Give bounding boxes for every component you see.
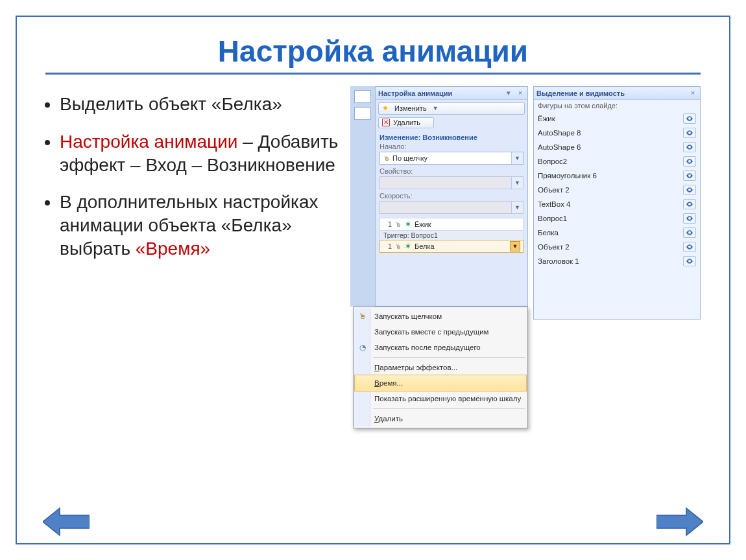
chevron-down-icon[interactable]: ▼: [511, 152, 523, 164]
pane-title: Настройка анимации: [378, 89, 452, 97]
pane-header: Выделение и видимость ×: [534, 87, 700, 100]
selection-visibility-pane: Выделение и видимость × Фигуры на этом с…: [533, 86, 701, 320]
animation-task-pane: Настройка анимации ▾ × ★ Изменить ▼ ✕ Уд…: [375, 86, 528, 307]
list-item[interactable]: TextBox 4: [538, 197, 696, 211]
screenshot-composite: Настройка анимации ▾ × ★ Изменить ▼ ✕ Уд…: [350, 86, 703, 436]
menu-separator: [373, 357, 525, 358]
bullet-3: В дополнительных настройках анимации объ…: [60, 191, 345, 260]
animation-list: 1 🖱 ✶ Ёжик Триггер: Вопрос1 1 🖱 ✶ Белка …: [379, 218, 523, 253]
list-item[interactable]: Вопрос2: [538, 154, 696, 169]
list-item[interactable]: Белка: [538, 226, 696, 240]
mouse-icon: 🖱: [395, 221, 402, 228]
mouse-icon: 🖱: [395, 243, 402, 250]
visibility-list: Ёжик AutoShape 8 AutoShape 6 Вопрос2 Пря…: [534, 111, 700, 268]
menu-show-timeline[interactable]: Показать расширенную временную шкалу: [354, 391, 527, 406]
list-item[interactable]: Вопрос1: [538, 211, 696, 226]
clock-icon: ◔: [357, 343, 368, 352]
list-item[interactable]: Прямоугольник 6: [538, 169, 696, 183]
entrance-icon: ✶: [405, 242, 411, 251]
list-item[interactable]: AutoShape 8: [538, 126, 696, 140]
pane-toolbar: ★ Изменить ▼ ✕ Удалить: [376, 100, 527, 131]
anim-item-selected[interactable]: 1 🖱 ✶ Белка ▼: [380, 240, 523, 252]
bullet-list: Выделить объект «Белка» Настройка анимац…: [43, 86, 345, 436]
menu-start-after-prev[interactable]: ◔ Запускать после предыдущего: [354, 340, 527, 355]
mouse-icon: 🖱: [383, 155, 390, 162]
menu-start-with-prev[interactable]: Запускать вместе с предыдущим: [354, 324, 527, 340]
speed-combo: ▼: [379, 201, 523, 214]
mouse-icon: 🖱: [357, 312, 368, 321]
property-combo: ▼: [379, 176, 523, 189]
speed-field: Скорость: ▼: [376, 191, 527, 215]
eye-icon[interactable]: [683, 242, 696, 252]
anim-item[interactable]: 1 🖱 ✶ Ёжик: [380, 218, 523, 230]
close-icon[interactable]: ×: [516, 89, 525, 98]
menu-separator: [373, 408, 525, 409]
list-item[interactable]: Ёжик: [538, 111, 696, 126]
eye-icon[interactable]: [683, 128, 696, 138]
bullet-2: Настройка анимации – Добавить эффект – В…: [60, 130, 345, 177]
pane-header: Настройка анимации ▾ ×: [376, 87, 527, 100]
eye-icon[interactable]: [683, 213, 696, 224]
eye-icon[interactable]: [683, 156, 696, 167]
eye-icon[interactable]: [683, 185, 696, 195]
vis-subtitle: Фигуры на этом слайде:: [534, 100, 700, 111]
eye-icon[interactable]: [683, 256, 696, 266]
trigger-label: Триггер: Вопрос1: [380, 230, 523, 240]
eye-icon[interactable]: [683, 199, 696, 209]
start-field: Начало: 🖱По щелчку ▼: [376, 141, 527, 166]
svg-marker-0: [43, 508, 90, 535]
list-item[interactable]: Объект 2: [538, 183, 696, 197]
menu-start-onclick[interactable]: 🖱 Запускать щелчком: [354, 309, 527, 324]
change-effect-button[interactable]: ★ Изменить ▼: [378, 102, 525, 115]
delete-icon: ✕: [382, 119, 390, 126]
prev-arrow-button[interactable]: [43, 506, 90, 538]
menu-delete[interactable]: Удалить: [354, 411, 527, 426]
pane-title: Выделение и видимость: [536, 89, 625, 97]
title-rule: [45, 73, 701, 75]
list-item[interactable]: Заголовок 1: [538, 254, 696, 268]
start-combo[interactable]: 🖱По щелчку ▼: [379, 152, 523, 165]
svg-marker-1: [656, 508, 703, 535]
effect-section-label: Изменение: Возникновение: [376, 131, 527, 141]
close-icon[interactable]: ×: [688, 89, 697, 98]
eye-icon[interactable]: [683, 142, 696, 152]
pane-menu-icon[interactable]: ▾: [504, 89, 513, 98]
context-menu: 🖱 Запускать щелчком Запускать вместе с п…: [353, 307, 528, 428]
eye-icon[interactable]: [683, 113, 696, 124]
chevron-down-icon: ▼: [433, 105, 439, 111]
menu-timing[interactable]: Время...: [355, 375, 526, 391]
eye-icon[interactable]: [683, 228, 696, 238]
list-item[interactable]: AutoShape 6: [538, 140, 696, 154]
next-arrow-button[interactable]: [656, 506, 703, 538]
list-item[interactable]: Объект 2: [538, 240, 696, 254]
slide-frame: Настройка анимации Выделить объект «Белк…: [16, 16, 730, 544]
property-field: Свойство: ▼: [376, 166, 527, 191]
item-dropdown-button[interactable]: ▼: [510, 241, 520, 251]
slide-thumb[interactable]: [354, 107, 371, 120]
star-icon: ★: [382, 104, 391, 113]
eye-icon[interactable]: [683, 170, 696, 181]
delete-effect-button[interactable]: ✕ Удалить: [378, 117, 434, 128]
entrance-icon: ✶: [405, 220, 411, 229]
slide-title: Настройка анимации: [17, 34, 729, 69]
slide-thumb[interactable]: [354, 90, 371, 103]
menu-effect-options[interactable]: Параметры эффектов...: [354, 360, 527, 375]
bullet-1: Выделить объект «Белка»: [60, 93, 345, 116]
slide-thumbnail-strip: [350, 86, 375, 307]
body-row: Выделить объект «Белка» Настройка анимац…: [17, 86, 729, 436]
